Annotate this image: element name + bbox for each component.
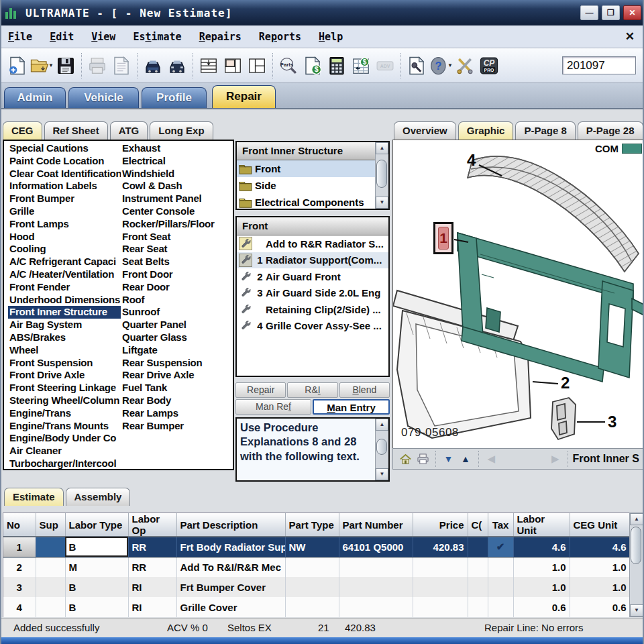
table-scrollbar[interactable]: ▲ ▼ xyxy=(629,513,644,617)
category-rear-lamps[interactable]: Rear Lamps xyxy=(121,407,231,420)
dropdown-caret-icon[interactable]: ▼ xyxy=(447,62,453,68)
cell-labor_type[interactable]: B xyxy=(65,577,128,597)
column-header-labor-type[interactable]: Labor Type xyxy=(65,513,128,537)
man-entry-button[interactable]: Man Entry xyxy=(313,399,390,415)
category-a-c-heater-ventilation[interactable]: A/C /Heater/Ventilation xyxy=(8,268,121,281)
category-steering-wheel-column[interactable]: Steering Wheel/Column xyxy=(8,394,121,407)
column-header-sup[interactable]: Sup xyxy=(36,513,65,537)
category-instrument-panel[interactable]: Instrument Panel xyxy=(121,193,231,205)
save-icon[interactable] xyxy=(54,52,78,79)
category-front-suspension[interactable]: Front Suspension xyxy=(8,357,121,370)
layout-rows-icon[interactable] xyxy=(197,52,221,79)
scroll-thumb[interactable] xyxy=(631,527,641,564)
scroll-up-icon[interactable]: ▲ xyxy=(630,513,643,525)
cp-pro-icon[interactable]: CPPRO xyxy=(477,52,501,79)
column-header-part-number[interactable]: Part Number xyxy=(339,513,413,537)
tab-atg[interactable]: ATG xyxy=(110,121,148,140)
category-special-cautions[interactable]: Special Cautions xyxy=(8,142,121,155)
tab-p-page-8[interactable]: P-Page 8 xyxy=(515,121,575,140)
menu-view[interactable]: View xyxy=(91,31,115,43)
menu-repairs[interactable]: Repairs xyxy=(199,31,241,43)
category-cowl-dash[interactable]: Cowl & Dash xyxy=(121,180,231,193)
vehicle-rear-icon[interactable] xyxy=(165,52,189,79)
category-rear-door[interactable]: Rear Door xyxy=(121,281,231,294)
category-rear-drive-axle[interactable]: Rear Drive Axle xyxy=(121,369,231,382)
category-quarter-glass[interactable]: Quarter Glass xyxy=(121,331,231,344)
tab-profile[interactable]: Profile xyxy=(142,87,207,108)
menu-file[interactable]: File xyxy=(8,31,32,43)
estimate-row[interactable]: 1BRRFrt Body Radiator SupNW64101 Q500042… xyxy=(3,537,630,557)
tab-overview[interactable]: Overview xyxy=(394,121,456,140)
category-engine-trans[interactable]: Engine/Trans xyxy=(8,407,121,420)
tab-vehicle[interactable]: Vehicle xyxy=(68,87,139,108)
category-cooling[interactable]: Cooling xyxy=(8,243,121,256)
category-windshield[interactable]: Windshield xyxy=(121,168,231,180)
report-icon[interactable] xyxy=(109,52,133,79)
category-rear-suspension[interactable]: Rear Suspension xyxy=(121,357,231,370)
tab-ceg[interactable]: CEG xyxy=(3,121,42,140)
operation-radiator-support-com[interactable]: 1Radiator Support(Com... xyxy=(237,252,388,269)
group-scrollbar[interactable]: ▲ ▼ xyxy=(375,142,388,209)
tools-icon[interactable] xyxy=(453,52,477,79)
category-engine-trans-mounts[interactable]: Engine/Trans Mounts xyxy=(8,420,121,433)
minimize-button[interactable]: — xyxy=(580,5,598,20)
column-header-part-description[interactable]: Part Description xyxy=(176,513,285,537)
category-underhood-dimensions[interactable]: Underhood Dimensions xyxy=(8,294,121,307)
tab-estimate[interactable]: Estimate xyxy=(4,488,64,506)
new-estimate-icon[interactable] xyxy=(5,52,30,79)
column-header-part-type[interactable]: Part Type xyxy=(285,513,339,537)
category-electrical[interactable]: Electrical xyxy=(121,155,231,168)
maximize-button[interactable]: ❐ xyxy=(602,5,620,20)
calculator-icon[interactable] xyxy=(325,52,349,79)
category-wheel[interactable]: Wheel xyxy=(8,344,121,357)
category-front-door[interactable]: Front Door xyxy=(121,268,231,281)
column-header-price[interactable]: Price xyxy=(413,513,468,537)
menu-estimate[interactable]: Estimate xyxy=(133,31,181,43)
home-icon[interactable] xyxy=(397,453,414,466)
tab-graphic[interactable]: Graphic xyxy=(458,121,514,140)
operation-air-guard-side-2-0l-eng[interactable]: 3Air Guard Side 2.0L Eng xyxy=(237,285,388,302)
column-header-tax[interactable]: Tax xyxy=(488,513,513,537)
category-turbocharger-intercool[interactable]: Turbocharger/Intercool xyxy=(8,458,121,469)
tab-repair[interactable]: Repair xyxy=(212,85,276,108)
menu-help[interactable]: Help xyxy=(319,31,343,43)
category-rocker-pillars-floor[interactable]: Rocker/Pillars/Floor xyxy=(121,218,231,231)
category-air-bag-system[interactable]: Air Bag System xyxy=(8,319,121,331)
column-header-ceg-unit[interactable]: CEG Unit xyxy=(570,513,630,537)
category-front-fender[interactable]: Front Fender xyxy=(8,281,121,294)
category-front-bumper[interactable]: Front Bumper xyxy=(8,193,121,205)
category-center-console[interactable]: Center Console xyxy=(121,205,231,218)
r-i-button[interactable]: R&I xyxy=(287,382,337,398)
category-front-steering-linkage[interactable]: Front Steering Linkage xyxy=(8,382,121,394)
next-graphic-icon[interactable]: ▶ xyxy=(547,453,564,465)
operation-retaining-clip-2-side[interactable]: Retaining Clip(2/Side) ... xyxy=(237,301,388,318)
category-clear-coat-identification[interactable]: Clear Coat Identification xyxy=(8,168,121,180)
callout-1-highlight[interactable]: 1 xyxy=(433,222,453,254)
tab-admin[interactable]: Admin xyxy=(4,87,66,108)
category-roof[interactable]: Roof xyxy=(121,294,231,307)
category-seat-belts[interactable]: Seat Belts xyxy=(121,256,231,268)
operation-add-to-r-r-radiator-s[interactable]: Add to R&R Radiator S... xyxy=(237,235,388,252)
worksheet-icon[interactable]: $ xyxy=(349,52,373,79)
category-fuel-tank[interactable]: Fuel Tank xyxy=(121,382,231,394)
menu-reports[interactable]: Reports xyxy=(259,31,301,43)
scroll-thumb[interactable] xyxy=(376,439,387,455)
column-header-no[interactable]: No xyxy=(3,513,36,537)
group-front[interactable]: Front xyxy=(237,160,375,177)
cell-labor_type[interactable]: B xyxy=(65,597,128,617)
repair-button[interactable]: Repair xyxy=(235,382,286,398)
group-electrical-components[interactable]: Electrical Components xyxy=(237,194,375,209)
cell-labor_type[interactable]: M xyxy=(65,557,128,577)
category-front-drive-axle[interactable]: Front Drive Axle xyxy=(8,369,121,382)
column-header-labor-unit[interactable]: Labor Unit xyxy=(513,513,570,537)
previous-graphic-icon[interactable]: ◀ xyxy=(483,453,500,465)
scroll-down-icon[interactable]: ▼ xyxy=(630,604,643,616)
adv-icon[interactable]: ADV xyxy=(373,52,397,79)
column-header-labor-op[interactable]: Labor Op xyxy=(128,513,176,537)
scroll-down-icon[interactable]: ▼ xyxy=(376,197,388,209)
tab-p-page-28[interactable]: P-Page 28 xyxy=(578,121,643,140)
scroll-down-icon[interactable]: ▼ xyxy=(376,468,388,480)
estimate-number-input[interactable] xyxy=(562,56,636,74)
scroll-graphic-up-icon[interactable]: ▲ xyxy=(457,453,474,464)
category-quarter-panel[interactable]: Quarter Panel xyxy=(121,319,231,331)
